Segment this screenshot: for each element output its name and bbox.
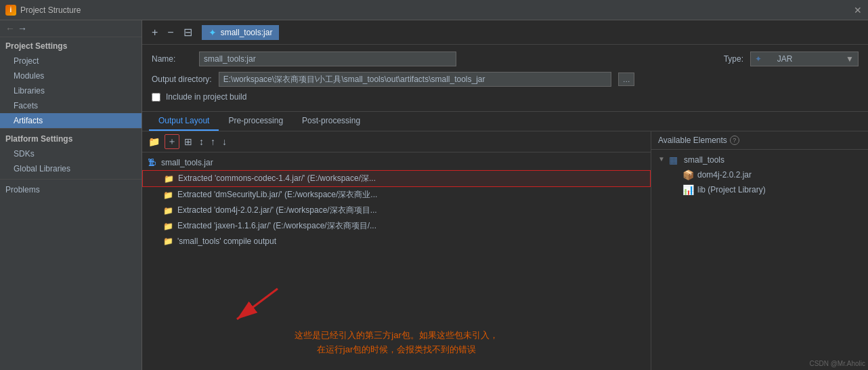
watermark: CSDN @Mr.Aholic	[810, 360, 865, 367]
title-bar-title: Project Structure	[20, 5, 853, 15]
expand-icon-lib: ▶	[672, 185, 681, 194]
jar-file-icon: 🗜	[146, 157, 157, 168]
right-panel: + − ⊟ ✦ small_tools:jar Name: Type: ✦ JA…	[142, 20, 868, 370]
folder-icon-jaxen: 📁	[162, 221, 173, 232]
type-value: JAR	[777, 54, 793, 64]
type-select[interactable]: ✦ JAR ▼	[750, 52, 859, 66]
svg-line-1	[237, 289, 278, 319]
sidebar: ← → Project Settings Project Modules Lib…	[0, 20, 142, 370]
artifact-list-item[interactable]: ✦ small_tools:jar	[202, 25, 280, 40]
annotation-text: 这些是已经引入的第三方jar包。如果这些包未引入， 在运行jar包的时候，会报类…	[295, 329, 498, 357]
expand-icon-small-tools: ▼	[658, 155, 668, 165]
include-build-row: Include in project build	[152, 92, 859, 102]
sidebar-item-sdks[interactable]: SDKs	[0, 146, 142, 161]
jar-icon: ✦	[755, 54, 762, 64]
close-button[interactable]: ✕	[853, 5, 863, 15]
output-item-compile-label: 'small_tools' compile output	[177, 237, 276, 246]
main-content: ← → Project Settings Project Modules Lib…	[0, 20, 868, 370]
title-bar-controls: ✕	[853, 5, 863, 15]
chevron-down-icon: ▼	[846, 54, 854, 64]
output-sort-btn[interactable]: ↕	[197, 136, 206, 148]
output-item-dom4j-label: Extracted 'dom4j-2.0.2.jar/' (E:/workspa…	[177, 205, 377, 216]
name-label: Name:	[152, 54, 192, 64]
output-item-commons[interactable]: 📁 Extracted 'commons-codec-1.4.jar/' (E:…	[142, 170, 651, 187]
name-row: Name: Type: ✦ JAR ▼	[152, 52, 859, 66]
name-input[interactable]	[199, 52, 456, 66]
output-item-jaxen[interactable]: 📁 Extracted 'jaxen-1.1.6.jar/' (E:/works…	[142, 218, 651, 234]
tab-post-processing[interactable]: Post-processing	[292, 112, 370, 131]
annotation-arrow	[196, 282, 318, 329]
folder-icon-commons: 📁	[163, 173, 174, 184]
type-label: Type:	[724, 54, 743, 64]
annotation-area: 这些是已经引入的第三方jar包。如果这些包未引入， 在运行jar包的时候，会报类…	[142, 316, 651, 370]
folder-icon-dom4j: 📁	[162, 205, 173, 216]
available-tree: ▼ ▦ small_tools ▶ 📦 dom4j-2.0.2.jar ▶ 📊	[651, 150, 868, 370]
copy-artifact-button[interactable]: ⊟	[181, 24, 195, 40]
artifact-item-icon: ✦	[209, 27, 217, 38]
expand-icon-dom4j: ▶	[672, 170, 681, 180]
output-item-commons-label: Extracted 'commons-codec-1.4.jar/' (E:/w…	[178, 173, 376, 184]
output-item-dom4j[interactable]: 📁 Extracted 'dom4j-2.0.2.jar/' (E:/works…	[142, 203, 651, 218]
output-add-btn[interactable]: ＋	[165, 134, 179, 149]
top-toolbar: + − ⊟ ✦ small_tools:jar	[142, 20, 868, 45]
tree-item-lib-label: lib (Project Library)	[697, 185, 766, 194]
tree-item-small-tools-label: small_tools	[684, 155, 724, 165]
output-item-root-label: small_tools.jar	[161, 158, 213, 167]
tree-item-small-tools[interactable]: ▼ ▦ small_tools	[651, 152, 868, 167]
annotation-line2: 在运行jar包的时候，会报类找不到的错误	[317, 344, 476, 354]
sidebar-item-problems[interactable]: Problems	[0, 179, 142, 197]
available-elements-header: Available Elements ?	[651, 131, 868, 150]
output-up-btn[interactable]: ↑	[209, 136, 217, 148]
project-settings-header: Project Settings	[0, 37, 142, 54]
tree-item-dom4j-jar[interactable]: ▶ 📦 dom4j-2.0.2.jar	[651, 167, 868, 182]
artifact-item-label: small_tools:jar	[221, 28, 273, 37]
tree-item-lib[interactable]: ▶ 📊 lib (Project Library)	[651, 182, 868, 197]
tabs-bar: Output Layout Pre-processing Post-proces…	[142, 112, 868, 131]
sidebar-item-modules[interactable]: Modules	[0, 68, 142, 83]
jar-icon-dom4j: 📦	[682, 169, 693, 180]
title-bar: i Project Structure ✕	[0, 0, 868, 20]
split-content: 📁 ＋ ⊞ ↕ ↑ ↓ 🗜 small_tools.jar 📁	[142, 131, 868, 370]
back-arrow[interactable]: ←	[5, 23, 15, 34]
output-add-folder-btn[interactable]: 📁	[146, 136, 162, 148]
output-item-dmsecurity-label: Extracted 'dmSecurityLib.jar/' (E:/works…	[177, 189, 377, 201]
include-build-label: Include in project build	[166, 92, 246, 102]
forward-arrow[interactable]: →	[18, 23, 27, 34]
form-area: Name: Type: ✦ JAR ▼ Output directory: … …	[142, 45, 868, 112]
folder-icon-compile: 📁	[162, 236, 173, 247]
output-item-dmsecurity[interactable]: 📁 Extracted 'dmSecurityLib.jar/' (E:/wor…	[142, 187, 651, 203]
add-artifact-button[interactable]: +	[149, 25, 160, 40]
output-item-root[interactable]: 🗜 small_tools.jar	[142, 155, 651, 170]
tab-pre-processing[interactable]: Pre-processing	[219, 112, 292, 131]
output-item-compile[interactable]: 📁 'small_tools' compile output	[142, 234, 651, 249]
sidebar-item-artifacts[interactable]: Artifacts	[0, 113, 142, 128]
sidebar-item-project[interactable]: Project	[0, 54, 142, 68]
module-icon: ▦	[669, 155, 680, 165]
remove-artifact-button[interactable]: −	[165, 25, 176, 40]
output-dir-label: Output directory:	[152, 75, 212, 84]
lib-icon: 📊	[682, 184, 693, 195]
output-dir-input[interactable]	[219, 72, 611, 87]
annotation-line1: 这些是已经引入的第三方jar包。如果这些包未引入，	[295, 330, 498, 340]
help-icon[interactable]: ?	[730, 136, 739, 145]
sidebar-nav: ← →	[0, 20, 142, 37]
sidebar-item-libraries[interactable]: Libraries	[0, 83, 142, 98]
output-down-btn[interactable]: ↓	[220, 136, 229, 148]
output-dir-row: Output directory: …	[152, 72, 859, 87]
include-project-build-checkbox[interactable]	[152, 93, 160, 102]
app-icon: i	[5, 5, 16, 16]
browse-button[interactable]: …	[618, 73, 634, 86]
sidebar-item-facets[interactable]: Facets	[0, 98, 142, 113]
output-extract-btn[interactable]: ⊞	[182, 136, 194, 148]
sidebar-item-global-libraries[interactable]: Global Libraries	[0, 161, 142, 176]
output-area: 📁 ＋ ⊞ ↕ ↑ ↓ 🗜 small_tools.jar 📁	[142, 131, 651, 370]
tab-output-layout[interactable]: Output Layout	[149, 112, 219, 131]
output-item-jaxen-label: Extracted 'jaxen-1.1.6.jar/' (E:/workspa…	[177, 220, 376, 232]
available-elements-title: Available Elements	[658, 136, 727, 145]
available-panel: Available Elements ? ▼ ▦ small_tools ▶ 📦…	[651, 131, 868, 370]
platform-settings-header: Platform Settings	[0, 128, 142, 146]
tree-item-dom4j-label: dom4j-2.0.2.jar	[697, 170, 752, 180]
folder-icon-dmsecurity: 📁	[162, 190, 173, 201]
output-toolbar: 📁 ＋ ⊞ ↕ ↑ ↓	[142, 131, 651, 152]
